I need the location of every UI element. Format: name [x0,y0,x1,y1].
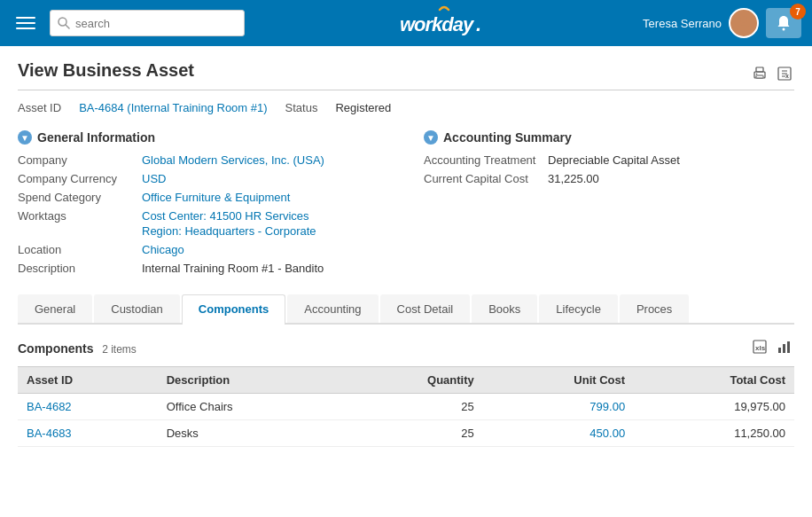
svg-point-9 [756,74,758,75]
col-header-quantity: Quantity [342,367,483,394]
search-icon [58,17,70,29]
tab-accounting[interactable]: Accounting [287,294,378,323]
row2-quantity: 25 [342,420,483,447]
print-button[interactable] [750,64,769,86]
app-header: workday . Teresa Serrano 7 [0,0,812,46]
menu-button[interactable] [11,13,41,33]
field-company: Company Global Modern Services, Inc. (US… [18,153,388,167]
svg-text:x: x [785,73,789,79]
tabs-bar: General Custodian Components Accounting … [18,294,794,325]
field-label-location: Location [18,243,142,256]
field-location: Location Chicago [18,243,388,256]
status-value: Registered [335,101,391,114]
user-name: Teresa Serrano [643,17,722,30]
col-header-asset-id: Asset ID [18,367,158,394]
asset-meta: Asset ID BA-4684 (Internal Training Room… [18,101,794,114]
svg-rect-17 [778,348,781,353]
components-area: Components 2 items xls [18,325,794,447]
tab-custodian[interactable]: Custodian [94,294,180,323]
tab-proces[interactable]: Proces [620,294,689,323]
field-value-worktags: Cost Center: 41500 HR Services Region: H… [142,209,316,238]
title-divider [18,90,794,90]
row1-total-cost: 19,975.00 [634,394,794,420]
tab-components[interactable]: Components [182,294,285,325]
tab-general[interactable]: General [18,294,92,323]
svg-rect-18 [783,344,785,353]
search-box [50,10,245,36]
svg-point-4 [740,16,747,23]
user-area: Teresa Serrano 7 [643,8,801,38]
svg-text:workday: workday [400,13,475,35]
field-label-currency: Company Currency [18,172,142,185]
general-info-header: ▼ General Information [18,130,388,145]
field-label-accounting-treatment: Accounting Treatment [424,153,548,167]
field-value-location[interactable]: Chicago [142,243,184,256]
status-label: Status [285,101,318,114]
field-label-company: Company [18,153,142,167]
components-header: Components 2 items xls [18,337,794,359]
field-label-spend-category: Spend Category [18,191,142,204]
field-label-description: Description [18,262,142,275]
asset-id-link[interactable]: BA-4684 (Internal Training Room #1) [79,101,267,114]
field-label-capital-cost: Current Capital Cost [424,172,548,185]
table-row: BA-4683 Desks 25 450.00 11,250.00 [18,420,794,447]
tab-books[interactable]: Books [472,294,537,323]
tab-lifecycle[interactable]: Lifecycle [539,294,618,323]
worktag-region[interactable]: Region: Headquarters - Corporate [142,224,316,238]
page-title: View Business Asset [18,60,194,81]
worktag-cost-center[interactable]: Cost Center: 41500 HR Services [142,209,316,223]
field-value-currency[interactable]: USD [142,172,166,185]
field-accounting-treatment: Accounting Treatment Depreciable Capital… [424,153,794,167]
svg-point-5 [783,28,785,31]
field-currency: Company Currency USD [18,172,388,185]
avatar[interactable] [729,8,759,38]
svg-text:xls: xls [755,344,766,352]
accounting-summary-title: Accounting Summary [443,130,572,145]
export-button[interactable]: x [775,64,794,86]
svg-text:.: . [476,13,480,35]
field-worktags: Worktags Cost Center: 41500 HR Services … [18,209,388,238]
row2-description: Desks [158,420,342,447]
row1-quantity: 25 [342,394,483,420]
row2-unit-cost: 450.00 [483,420,634,447]
notifications-button[interactable]: 7 [766,8,801,38]
components-count: 2 items [102,343,137,356]
components-table: Asset ID Description Quantity Unit Cost … [18,366,794,447]
row2-asset-id[interactable]: BA-4683 [18,420,158,447]
field-value-accounting-treatment: Depreciable Capital Asset [548,153,680,167]
tab-cost-detail[interactable]: Cost Detail [380,294,471,323]
components-title: Components [18,341,94,356]
col-header-unit-cost: Unit Cost [483,367,634,394]
field-spend-category: Spend Category Office Furniture & Equipm… [18,191,388,204]
svg-rect-8 [756,75,763,78]
row1-unit-cost: 799.00 [483,394,634,420]
general-info-collapse-icon[interactable]: ▼ [18,130,32,145]
chart-button[interactable] [775,337,794,359]
general-info-title: General Information [37,130,155,145]
search-input[interactable] [75,17,237,30]
table-actions: xls [750,337,794,359]
row2-total-cost: 11,250.00 [634,420,794,447]
field-value-description: Internal Training Room #1 - Bandito [142,262,324,275]
general-info-section: ▼ General Information Company Global Mod… [18,130,388,280]
table-header-row: Asset ID Description Quantity Unit Cost … [18,367,794,394]
svg-line-1 [66,25,69,28]
components-title-area: Components 2 items [18,341,137,356]
info-sections: ▼ General Information Company Global Mod… [18,130,794,280]
field-value-company[interactable]: Global Modern Services, Inc. (USA) [142,153,324,167]
field-capital-cost: Current Capital Cost 31,225.00 [424,172,794,185]
notification-badge: 7 [790,4,806,20]
field-label-worktags: Worktags [18,209,142,238]
row1-asset-id[interactable]: BA-4682 [18,394,158,420]
field-description: Description Internal Training Room #1 - … [18,262,388,275]
logo-area: workday . [254,3,634,43]
accounting-summary-collapse-icon[interactable]: ▼ [424,130,438,145]
field-value-spend-category[interactable]: Office Furniture & Equipment [142,191,290,204]
workday-logo: workday . [391,3,497,43]
table-row: BA-4682 Office Chairs 25 799.00 19,975.0… [18,394,794,420]
export-excel-button[interactable]: xls [750,337,769,359]
asset-id-label: Asset ID [18,101,61,114]
svg-rect-7 [756,67,763,72]
col-header-total-cost: Total Cost [634,367,794,394]
svg-rect-19 [787,341,790,353]
